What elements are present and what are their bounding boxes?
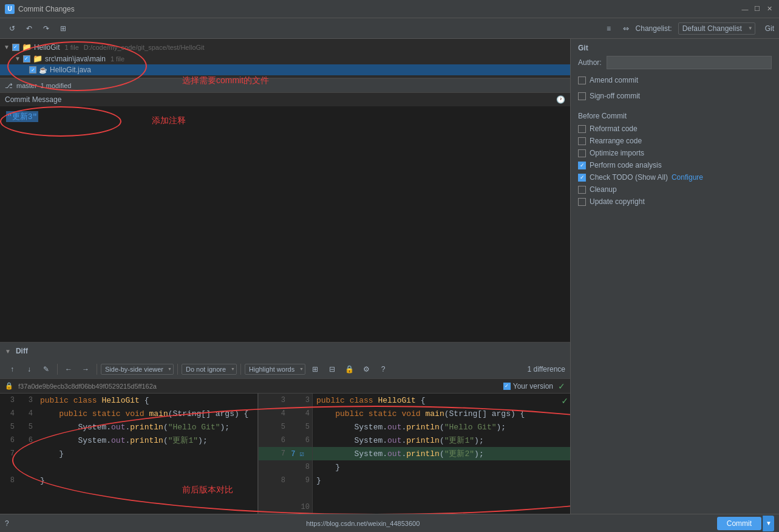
help-button[interactable]: ? xyxy=(5,519,9,528)
highlight-mode-wrapper: Highlight words xyxy=(245,364,305,375)
diff-ok-icon: ✓ xyxy=(558,381,565,391)
diff-right-line-5: System.out.println("Hello Git"); xyxy=(313,420,570,434)
close-button[interactable]: ✕ xyxy=(764,4,774,14)
diff-right-line-10 xyxy=(313,487,570,500)
diff-version-checkbox[interactable]: ✓ xyxy=(503,383,511,390)
highlight-mode-select[interactable]: Highlight words xyxy=(245,364,305,375)
folder-icon: 📁 xyxy=(22,43,32,52)
window-title: Commit Changes xyxy=(18,5,740,13)
amend-commit-row: Amend commit xyxy=(578,75,772,85)
diff-settings-btn[interactable]: ⚙ xyxy=(359,362,373,377)
update-copyright-label: Update copyright xyxy=(590,197,645,206)
perform-analysis-label: Perform code analysis xyxy=(590,161,662,169)
diff-version-label: ✓ Your version xyxy=(503,382,553,390)
chevron-down-icon: ▼ xyxy=(15,55,21,62)
diff-center-gutter: 3 3 4 4 5 5 6 6 xyxy=(258,394,313,514)
rearrange-code-label: Rearrange code xyxy=(590,137,642,145)
reformat-code-checkbox[interactable] xyxy=(578,125,586,133)
diff-align-btn[interactable]: ⊞ xyxy=(308,362,322,377)
diff-down-btn[interactable]: ↓ xyxy=(22,362,36,377)
bottom-url: https://blog.csdn.net/weixin_44853600 xyxy=(306,520,420,527)
signoff-commit-row: Sign-off commit xyxy=(578,91,772,101)
diff-left-pane: 3 3 public class HelloGit { 4 4 public s… xyxy=(0,394,258,514)
diff-right-line-9: } xyxy=(313,474,570,487)
reformat-code-label: Reformat code xyxy=(590,124,638,133)
cleanup-checkbox[interactable] xyxy=(578,186,586,194)
file-label: HelloGit.java xyxy=(50,66,91,74)
diff-up-btn[interactable]: ↑ xyxy=(5,362,19,377)
toolbar-btn-split[interactable]: ⇔ xyxy=(619,21,633,36)
minimize-button[interactable]: — xyxy=(740,4,750,14)
diff-left-line-3: 3 3 public class HelloGit { xyxy=(0,394,257,407)
commit-dropdown-arrow[interactable]: ▼ xyxy=(763,516,774,531)
root-path: D:/code/my_code/git_space/test/HelloGit xyxy=(84,44,205,51)
toolbar-btn-redo[interactable]: ↷ xyxy=(39,21,53,36)
toolbar-btn-refresh[interactable]: ↺ xyxy=(5,21,19,36)
diff-right-check-icon: ✓ xyxy=(562,395,568,407)
app-icon: U xyxy=(5,4,15,14)
diff-right-line-4: public static void main(String[] args) { xyxy=(313,407,570,420)
tree-item-file[interactable]: ☕ HelloGit.java xyxy=(0,64,570,75)
diff-right-line-7-added: System.out.println("更新2"); xyxy=(313,447,570,460)
changelist-label: Changelist: xyxy=(636,24,672,33)
rearrange-code-checkbox[interactable] xyxy=(578,137,586,145)
bottom-bar: ? https://blog.csdn.net/weixin_44853600 … xyxy=(0,514,779,532)
diff-header[interactable]: ▼ Diff xyxy=(0,343,570,360)
toolbar-btn-grid[interactable]: ⊞ xyxy=(56,21,70,36)
diff-split-btn[interactable]: ⊟ xyxy=(325,362,339,377)
src-folder-icon: 📁 xyxy=(33,54,43,63)
file-checkbox[interactable] xyxy=(29,66,36,73)
commit-message-input[interactable] xyxy=(2,109,568,163)
view-mode-select[interactable]: Side-by-side viewer xyxy=(101,364,174,375)
check-todo-checkbox[interactable] xyxy=(578,174,586,182)
toolbar-btn-align[interactable]: ≡ xyxy=(602,21,616,36)
diff-edit-btn[interactable]: ✎ xyxy=(39,362,53,377)
root-checkbox[interactable] xyxy=(12,44,19,51)
main-toolbar: ↺ ↶ ↷ ⊞ ≡ ⇔ Changelist: Default Changeli… xyxy=(0,18,779,39)
java-file-icon: ☕ xyxy=(39,66,47,74)
perform-analysis-row: Perform code analysis xyxy=(578,160,772,170)
commit-button[interactable]: Commit xyxy=(717,517,761,530)
diff-toolbar: ↑ ↓ ✎ ← → Side-by-side viewer xyxy=(0,360,570,379)
commit-history-icon[interactable]: 🕐 xyxy=(556,95,565,104)
main-content: ▼ 📁 HelloGit 1 file D:/code/my_code/git_… xyxy=(0,39,779,514)
src-badge: 1 file xyxy=(111,55,124,63)
diff-collapse-icon: ▼ xyxy=(5,348,11,355)
diff-right-line-8: } xyxy=(313,460,570,474)
commit-button-wrapper: Commit ▼ xyxy=(717,516,774,531)
commit-message-value: "更新3" xyxy=(6,111,38,122)
tree-item-root[interactable]: ▼ 📁 HelloGit 1 file D:/code/my_code/git_… xyxy=(0,41,570,53)
diff-file-bar: 🔒 f37a0de9b9ecb3c8df06bb49f0529215d5ff16… xyxy=(0,379,570,394)
ignore-mode-select[interactable]: Do not ignore xyxy=(182,364,237,375)
update-copyright-checkbox[interactable] xyxy=(578,198,586,206)
diff-count: 1 difference xyxy=(528,365,566,373)
author-input[interactable] xyxy=(607,56,772,69)
amend-commit-label: Amend commit xyxy=(590,76,638,84)
signoff-commit-checkbox[interactable] xyxy=(578,92,586,100)
branch-name: master xyxy=(16,82,37,89)
diff-lock-btn[interactable]: 🔒 xyxy=(342,362,356,377)
tree-item-src[interactable]: ▼ 📁 src\main\java\main 1 file xyxy=(0,53,570,64)
amend-commit-checkbox[interactable] xyxy=(578,77,586,84)
titlebar: U Commit Changes — ☐ ✕ xyxy=(0,0,779,18)
diff-next-btn[interactable]: → xyxy=(78,362,93,377)
right-panel-title: Git xyxy=(578,44,772,52)
modified-count: 1 modified xyxy=(41,82,72,89)
perform-analysis-checkbox[interactable] xyxy=(578,162,586,169)
changelist-select[interactable]: Default Changelist xyxy=(678,22,755,35)
toolbar-btn-undo[interactable]: ↶ xyxy=(22,21,36,36)
diff-code-view: 3 3 public class HelloGit { 4 4 public s… xyxy=(0,394,570,514)
diff-right-line-3: public class HelloGit { xyxy=(313,394,570,407)
src-checkbox[interactable] xyxy=(23,55,30,63)
commit-message-label: Commit Message xyxy=(5,95,61,104)
configure-link[interactable]: Configure xyxy=(672,173,703,182)
check-todo-row: Check TODO (Show All) Configure xyxy=(578,172,772,182)
author-label: Author: xyxy=(578,58,602,67)
cleanup-label: Cleanup xyxy=(590,185,617,194)
view-mode-wrapper: Side-by-side viewer xyxy=(101,364,174,375)
optimize-imports-checkbox[interactable] xyxy=(578,149,586,157)
diff-prev-btn[interactable]: ← xyxy=(61,362,76,377)
maximize-button[interactable]: ☐ xyxy=(752,4,762,14)
cleanup-row: Cleanup xyxy=(578,185,772,194)
diff-help-btn[interactable]: ? xyxy=(376,362,390,377)
